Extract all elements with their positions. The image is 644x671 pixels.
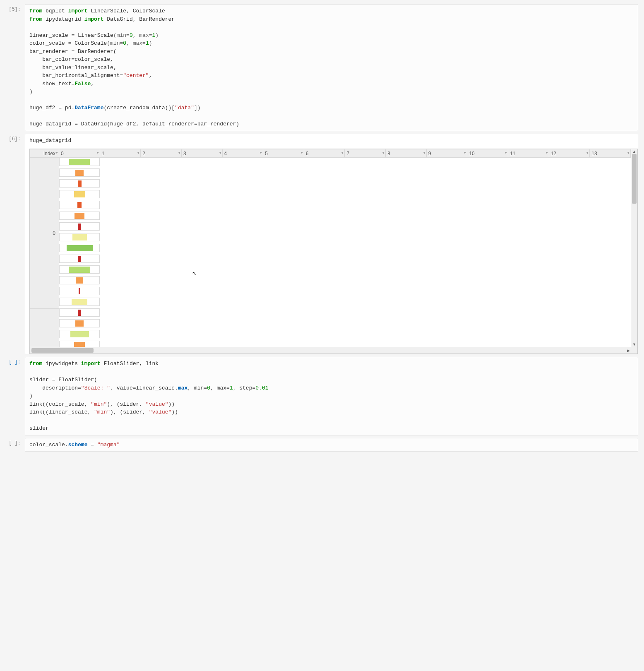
filter-icon[interactable]: ▾ <box>382 151 384 155</box>
column-header[interactable]: 6▾ <box>304 149 345 158</box>
column-header[interactable]: 5▾ <box>263 149 304 158</box>
code-text-6[interactable]: huge_datagrid <box>29 137 638 145</box>
prompt-6: [6]: <box>6 134 25 142</box>
column-header[interactable]: 1▾ <box>100 149 141 158</box>
filter-icon[interactable]: ▾ <box>627 151 630 155</box>
bar-cell[interactable] <box>59 244 100 252</box>
column-header[interactable]: 2▾ <box>141 149 182 158</box>
horizontal-scrollbar[interactable]: ◀ ▶ <box>30 347 631 354</box>
bar-cell[interactable] <box>59 233 100 241</box>
column-header[interactable]: 0▾ <box>59 149 100 158</box>
column-header[interactable]: 12▾ <box>549 149 590 158</box>
scroll-right-icon[interactable]: ▶ <box>626 347 631 354</box>
vertical-scrollbar[interactable]: ▲ ▼ <box>631 149 637 347</box>
filter-icon[interactable]: ▾ <box>97 151 99 155</box>
bar-cell[interactable] <box>59 265 100 274</box>
scrollbar-corner <box>631 347 637 354</box>
bar-cell[interactable] <box>59 179 100 188</box>
column-header[interactable]: 11▾ <box>508 149 549 158</box>
code-input-5[interactable]: from bqplot import LinearScale, ColorSca… <box>25 4 638 131</box>
scroll-down-icon[interactable]: ▼ <box>631 342 637 347</box>
bar-cell[interactable] <box>59 168 100 177</box>
code-cell-7: [ ]: from ipywidgets import FloatSlider,… <box>6 357 638 435</box>
vertical-scrollbar-thumb[interactable] <box>632 154 637 204</box>
prompt-8: [ ]: <box>6 438 25 446</box>
column-header[interactable]: 4▾ <box>222 149 263 158</box>
code-text-8: color_scale.scheme = "magma" <box>29 441 634 449</box>
bar-cell[interactable] <box>59 276 100 284</box>
datagrid-table[interactable]: index▾0▾1▾2▾3▾4▾5▾6▾7▾8▾9▾10▾11▾12▾13▾01… <box>30 149 631 354</box>
filter-icon[interactable]: ▾ <box>56 151 58 155</box>
cell-6-body: huge_datagrid index▾0▾1▾2▾3▾4▾5▾6▾7▾8▾9▾… <box>25 134 638 355</box>
prompt-7: [ ]: <box>6 357 25 365</box>
code-text-7: from ipywidgets import FloatSlider, link… <box>29 360 634 433</box>
bar-cell[interactable] <box>59 190 100 198</box>
filter-icon[interactable]: ▾ <box>137 151 139 155</box>
bar-cell[interactable] <box>59 255 100 263</box>
horizontal-scrollbar-thumb[interactable] <box>31 348 94 353</box>
filter-icon[interactable]: ▾ <box>301 151 303 155</box>
code-cell-5: [5]: from bqplot import LinearScale, Col… <box>6 4 638 131</box>
filter-icon[interactable]: ▾ <box>505 151 507 155</box>
bar-cell[interactable] <box>59 330 100 338</box>
scroll-up-icon[interactable]: ▲ <box>631 149 637 154</box>
bar-cell[interactable] <box>59 158 100 166</box>
bar-cell[interactable] <box>59 212 100 220</box>
filter-icon[interactable]: ▾ <box>586 151 589 155</box>
table-row: 0 <box>30 158 631 309</box>
row-index[interactable]: 0 <box>30 158 59 309</box>
filter-icon[interactable]: ▾ <box>341 151 344 155</box>
filter-icon[interactable]: ▾ <box>423 151 425 155</box>
bar-cell[interactable] <box>59 319 100 327</box>
column-header[interactable]: 13▾ <box>590 149 631 158</box>
filter-icon[interactable]: ▾ <box>219 151 221 155</box>
column-header[interactable]: 7▾ <box>345 149 386 158</box>
filter-icon[interactable]: ▾ <box>464 151 466 155</box>
index-header[interactable]: index▾ <box>30 149 59 158</box>
code-input-7[interactable]: from ipywidgets import FloatSlider, link… <box>25 357 638 435</box>
bar-cell[interactable] <box>59 201 100 209</box>
code-text-5: from bqplot import LinearScale, ColorSca… <box>29 7 634 128</box>
column-header[interactable]: 8▾ <box>386 149 427 158</box>
bar-cell[interactable] <box>59 298 100 306</box>
bar-cell[interactable] <box>59 308 100 317</box>
column-header[interactable]: 9▾ <box>426 149 467 158</box>
bar-cell[interactable] <box>59 222 100 231</box>
prompt-5: [5]: <box>6 4 25 12</box>
datagrid[interactable]: index▾0▾1▾2▾3▾4▾5▾6▾7▾8▾9▾10▾11▾12▾13▾01… <box>29 149 638 354</box>
code-cell-6: [6]: huge_datagrid index▾0▾1▾2▾3▾4▾5▾6▾7… <box>6 134 638 355</box>
column-header[interactable]: 10▾ <box>467 149 508 158</box>
filter-icon[interactable]: ▾ <box>260 151 262 155</box>
column-header[interactable]: 3▾ <box>181 149 222 158</box>
bar-cell[interactable] <box>59 287 100 295</box>
code-input-8[interactable]: color_scale.scheme = "magma" <box>25 438 638 452</box>
filter-icon[interactable]: ▾ <box>178 151 180 155</box>
filter-icon[interactable]: ▾ <box>546 151 548 155</box>
code-cell-8: [ ]: color_scale.scheme = "magma" <box>6 438 638 452</box>
